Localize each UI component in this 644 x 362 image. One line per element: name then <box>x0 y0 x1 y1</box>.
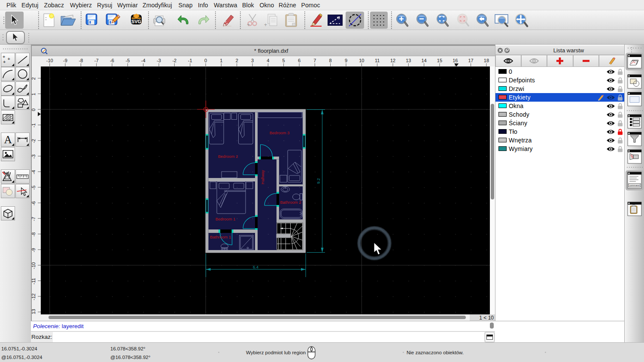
svg-text:-5: -5 <box>126 58 130 63</box>
svg-text:-7: -7 <box>94 58 99 63</box>
svg-text:-10: -10 <box>46 58 53 63</box>
svg-text:Bedroom 1: Bedroom 1 <box>216 217 235 221</box>
svg-text:-8: -8 <box>79 58 83 63</box>
svg-text:Bathroom 2: Bathroom 2 <box>280 200 301 205</box>
svg-text:0: 0 <box>32 109 36 111</box>
svg-text:-1: -1 <box>32 123 36 127</box>
svg-text:+: + <box>264 22 267 27</box>
svg-text:7: 7 <box>313 58 316 63</box>
svg-text:18: 18 <box>484 58 489 63</box>
svg-text:Hallway: Hallway <box>260 170 265 184</box>
svg-text:13: 13 <box>406 58 411 63</box>
svg-text:11: 11 <box>375 58 380 63</box>
svg-text:0: 0 <box>204 58 207 63</box>
svg-text:1: 1 <box>32 93 36 96</box>
svg-text:14: 14 <box>421 58 426 63</box>
svg-text:6.4: 6.4 <box>253 265 258 269</box>
svg-text:-2: -2 <box>32 139 36 143</box>
svg-text:-5: -5 <box>32 186 36 190</box>
svg-text:2: 2 <box>32 77 36 80</box>
svg-text:+: + <box>247 22 250 27</box>
svg-text:-3: -3 <box>157 58 161 63</box>
svg-text:Bedroom 2: Bedroom 2 <box>218 154 238 159</box>
svg-text:12: 12 <box>390 58 395 63</box>
svg-text:Bedroom 3: Bedroom 3 <box>270 130 289 135</box>
svg-text:-2: -2 <box>172 58 176 63</box>
svg-text:-9: -9 <box>32 248 36 252</box>
svg-text:command: command <box>629 184 640 187</box>
svg-text:5: 5 <box>283 58 285 63</box>
svg-text:-13: -13 <box>32 309 36 314</box>
svg-text:-3: -3 <box>32 154 36 159</box>
svg-text:15: 15 <box>437 58 442 63</box>
svg-text:3: 3 <box>251 58 254 63</box>
svg-text:+: + <box>2 54 5 59</box>
svg-text:9.2: 9.2 <box>316 178 321 184</box>
svg-text:-9: -9 <box>63 58 67 63</box>
svg-text:6: 6 <box>298 58 301 63</box>
svg-text:9: 9 <box>345 58 347 63</box>
svg-text:-6: -6 <box>110 58 114 63</box>
svg-text:10: 10 <box>359 58 364 63</box>
svg-text:-4: -4 <box>141 58 146 63</box>
svg-text:+: + <box>3 59 5 64</box>
svg-text:Bathroom 1: Bathroom 1 <box>210 235 231 239</box>
svg-text:-6: -6 <box>32 201 36 205</box>
svg-text:4: 4 <box>267 58 269 63</box>
svg-text:-12: -12 <box>32 293 36 300</box>
svg-text:8: 8 <box>329 58 332 63</box>
svg-text:1: 1 <box>220 58 222 63</box>
svg-text:-8: -8 <box>32 232 36 237</box>
svg-text:2: 2 <box>236 58 238 63</box>
svg-text:-10: -10 <box>32 262 36 269</box>
svg-text:17: 17 <box>468 58 473 63</box>
svg-text:-1: -1 <box>188 58 192 63</box>
svg-text:A: A <box>4 134 12 145</box>
svg-text:-4: -4 <box>32 170 36 174</box>
svg-text:SVG: SVG <box>131 19 141 24</box>
svg-text:-11: -11 <box>32 278 36 284</box>
svg-text:-7: -7 <box>32 217 36 221</box>
svg-text:+: + <box>7 56 10 61</box>
svg-text:16: 16 <box>453 58 458 63</box>
